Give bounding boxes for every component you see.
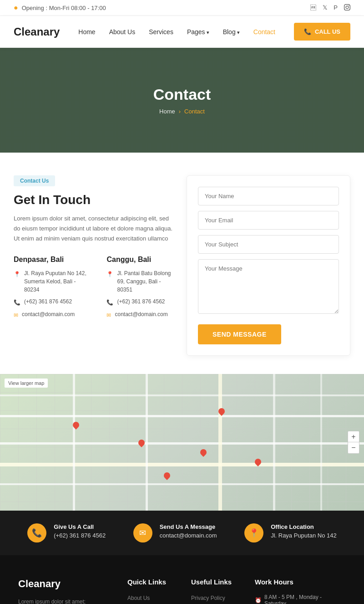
opening-dot: ● xyxy=(14,4,18,12)
office-denpasar-email: ✉ contact@domain.com xyxy=(14,310,88,319)
footer-quick-links-heading: Quick Links xyxy=(127,578,173,586)
clock-icon: ⏰ xyxy=(255,597,262,604)
email-icon-2: ✉ xyxy=(106,311,111,319)
footer-work-hours-col: Work Hours ⏰ 8 AM - 5 PM , Monday - Satu… xyxy=(255,578,346,604)
footer: Cleanary Lorem ipsum dolor sit amet; con… xyxy=(0,555,364,604)
info-bar: 📞 Give Us A Call (+62) 361 876 4562 ✉ Se… xyxy=(0,511,364,555)
office-canggu: Canggu, Bali 📍 Jl. Pantai Batu Bolong 69… xyxy=(106,256,173,323)
footer-useful-links-heading: Useful Links xyxy=(191,578,237,586)
info-location-title: Office Location xyxy=(271,523,337,530)
map-zoom-controls: + − xyxy=(348,431,359,454)
nav-pages[interactable]: Pages xyxy=(187,28,209,36)
contact-description: Lorem ipsum dolor sit amet, consectetur … xyxy=(14,214,173,244)
info-email: ✉ Send Us A Message contact@domain.com xyxy=(133,523,217,543)
name-input[interactable] xyxy=(198,187,339,205)
call-icon-circle: 📞 xyxy=(27,523,46,543)
location-icon-circle: 📍 xyxy=(244,523,263,543)
list-item: About Us xyxy=(127,594,173,601)
opening-text: Opening : Mon-Fri 08:00 - 17:00 xyxy=(22,5,106,11)
name-field-group xyxy=(198,187,339,205)
hero-title: Contact xyxy=(153,86,211,103)
send-message-button[interactable]: SEND MESSAGE xyxy=(198,324,281,344)
phone-icon: 📞 xyxy=(304,28,311,35)
office-denpasar-address: 📍 Jl. Raya Puputan No 142, Sumerta Kelod… xyxy=(14,269,88,294)
logo[interactable]: Cleanary xyxy=(14,26,60,38)
map-zoom-out[interactable]: − xyxy=(348,442,359,453)
subject-input[interactable] xyxy=(198,235,339,254)
office-canggu-email: ✉ contact@domain.com xyxy=(106,310,173,319)
nav-services[interactable]: Services xyxy=(149,28,173,36)
nav-home[interactable]: Home xyxy=(78,28,95,36)
hero-section: Contact Home › Contact xyxy=(0,48,364,153)
footer-useful-links-list: Privacy Policy Terms and Conditions Disc… xyxy=(191,594,237,604)
message-textarea[interactable] xyxy=(198,259,339,314)
email-field-group xyxy=(198,211,339,230)
email-input[interactable] xyxy=(198,211,339,230)
map-pin-icon-2: 📍 xyxy=(106,270,113,278)
footer-about-col: Cleanary Lorem ipsum dolor sit amet; con… xyxy=(18,578,109,604)
footer-link-privacy[interactable]: Privacy Policy xyxy=(191,595,225,601)
info-email-title: Send Us A Message xyxy=(160,523,217,530)
footer-about-text: Lorem ipsum dolor sit amet; consectetur … xyxy=(18,597,109,604)
navbar: Cleanary Home About Us Services Pages Bl… xyxy=(0,16,364,48)
nav-about[interactable]: About Us xyxy=(109,28,136,36)
message-field-group xyxy=(198,259,339,315)
breadcrumb: Home › Contact xyxy=(159,108,205,115)
info-location: 📍 Office Location Jl. Raya Puputan No 14… xyxy=(244,523,337,543)
nav-blog[interactable]: Blog xyxy=(223,28,240,36)
breadcrumb-separator: › xyxy=(179,108,181,115)
list-item: Privacy Policy xyxy=(191,594,237,601)
work-hours-time: ⏰ 8 AM - 5 PM , Monday - Saturday. xyxy=(255,594,346,604)
subject-field-group xyxy=(198,235,339,254)
footer-quick-links-col: Quick Links About Us Services Appointmen… xyxy=(127,578,173,604)
offices-container: Denpasar, Bali 📍 Jl. Raya Puputan No 142… xyxy=(14,256,173,323)
footer-link-about[interactable]: About Us xyxy=(127,595,150,601)
office-canggu-phone: 📞 (+62) 361 876 4562 xyxy=(106,297,173,307)
footer-work-hours-heading: Work Hours xyxy=(255,578,346,586)
social-links-top[interactable]:  𝕏 P xyxy=(310,4,350,12)
info-call-value: (+62) 361 876 4562 xyxy=(54,532,106,539)
phone-icon-1: 📞 xyxy=(14,298,20,307)
contact-heading: Get In Touch xyxy=(14,193,173,207)
footer-quick-links-list: About Us Services Appointment Pricing Co… xyxy=(127,594,173,604)
nav-contact[interactable]: Contact xyxy=(253,28,275,36)
contact-form-section: SEND MESSAGE xyxy=(187,175,350,356)
info-location-value: Jl. Raya Puputan No 142 xyxy=(271,532,337,539)
map-section: View larger map + − xyxy=(0,374,364,511)
email-icon-circle: ✉ xyxy=(133,523,152,543)
office-denpasar: Denpasar, Bali 📍 Jl. Raya Puputan No 142… xyxy=(14,256,88,323)
office-canggu-address: 📍 Jl. Pantai Batu Bolong 69, Canggu, Bal… xyxy=(106,269,173,294)
instagram-link-top[interactable] xyxy=(344,4,350,12)
footer-top: Cleanary Lorem ipsum dolor sit amet; con… xyxy=(18,578,346,604)
office-denpasar-city: Denpasar, Bali xyxy=(14,256,88,264)
info-call: 📞 Give Us A Call (+62) 361 876 4562 xyxy=(27,523,106,543)
contact-info-section: Contact Us Get In Touch Lorem ipsum dolo… xyxy=(14,175,173,323)
breadcrumb-current: Contact xyxy=(184,108,205,115)
map-view-larger[interactable]: View larger map xyxy=(5,379,48,388)
breadcrumb-home[interactable]: Home xyxy=(159,108,175,115)
map-zoom-in[interactable]: + xyxy=(348,431,359,442)
facebook-link-top[interactable]:  xyxy=(310,4,316,12)
email-icon-1: ✉ xyxy=(14,311,18,319)
contact-badge: Contact Us xyxy=(14,175,55,186)
office-canggu-city: Canggu, Bali xyxy=(106,256,173,264)
info-email-value: contact@domain.com xyxy=(160,532,217,539)
office-denpasar-phone: 📞 (+62) 361 876 4562 xyxy=(14,297,88,307)
top-bar: ● Opening : Mon-Fri 08:00 - 17:00  𝕏 P xyxy=(0,0,364,16)
map-placeholder: View larger map + − xyxy=(0,374,364,511)
phone-icon-2: 📞 xyxy=(106,298,113,307)
opening-info: ● Opening : Mon-Fri 08:00 - 17:00 xyxy=(14,4,106,12)
pinterest-link-top[interactable]: P xyxy=(334,4,338,12)
map-pin-icon: 📍 xyxy=(14,270,20,278)
twitter-link-top[interactable]: 𝕏 xyxy=(323,4,327,12)
footer-useful-links-col: Useful Links Privacy Policy Terms and Co… xyxy=(191,578,237,604)
nav-call-button[interactable]: 📞 CALL US xyxy=(294,23,350,41)
nav-links: Home About Us Services Pages Blog Contac… xyxy=(78,28,275,36)
info-call-title: Give Us A Call xyxy=(54,523,106,530)
footer-logo: Cleanary xyxy=(18,578,109,590)
